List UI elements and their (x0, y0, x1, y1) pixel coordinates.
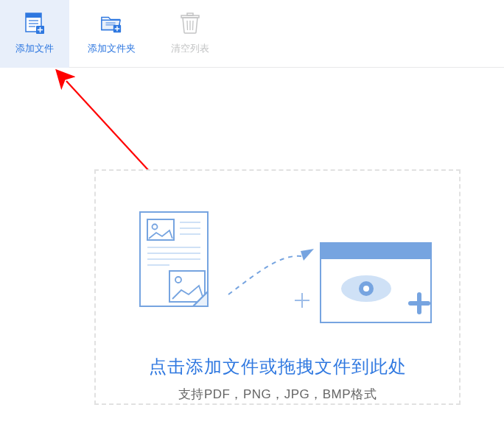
svg-rect-38 (321, 243, 431, 259)
trash-icon (179, 13, 201, 35)
add-folder-button[interactable]: 添加文件夹 (69, 0, 153, 68)
add-file-label: 添加文件 (15, 42, 54, 55)
toolbar: 添加文件 添加文件夹 (0, 0, 504, 68)
add-file-icon (24, 13, 46, 35)
svg-rect-14 (187, 13, 193, 15)
add-file-button[interactable]: 添加文件 (0, 0, 69, 68)
svg-rect-1 (26, 13, 41, 18)
dropzone-graphic (96, 199, 459, 346)
dropzone[interactable]: 点击添加文件或拖拽文件到此处 支持PDF，PNG，JPG，BMP格式 (94, 169, 461, 405)
dropzone-title: 点击添加文件或拖拽文件到此处 (149, 355, 407, 378)
clear-list-button[interactable]: 清空列表 (153, 0, 227, 68)
clear-list-label: 清空列表 (171, 42, 209, 55)
add-folder-label: 添加文件夹 (88, 42, 136, 55)
svg-line-17 (193, 21, 194, 30)
add-folder-icon (100, 13, 122, 35)
dropzone-subtitle: 支持PDF，PNG，JPG，BMP格式 (178, 386, 377, 403)
svg-point-41 (363, 286, 369, 292)
svg-line-15 (187, 21, 188, 30)
svg-marker-34 (301, 249, 314, 261)
